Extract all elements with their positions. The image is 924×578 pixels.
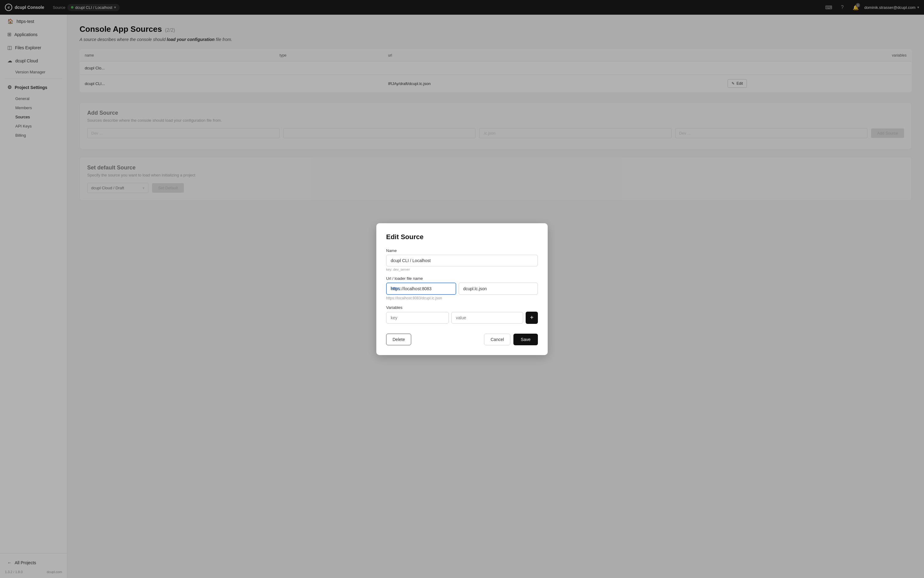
name-field-label: Name [386, 248, 538, 253]
url-field-label: Url / loader file name [386, 276, 538, 281]
modal-url-suffix-input[interactable] [459, 283, 538, 295]
variables-row: + [386, 312, 538, 324]
variables-label: Variables [386, 305, 538, 310]
url-preview: https://localhost:8083/dcupl.lc.json [386, 296, 538, 300]
url-row: https [386, 283, 538, 295]
modal-title: Edit Source [386, 233, 538, 241]
edit-source-modal: Edit Source Name key: dev_server Url / l… [376, 223, 548, 355]
modal-overlay[interactable]: Edit Source Name key: dev_server Url / l… [0, 0, 924, 578]
add-variable-button[interactable]: + [525, 312, 538, 324]
modal-name-input[interactable] [386, 255, 538, 266]
name-key-hint: key: dev_server [386, 268, 538, 271]
delete-source-button[interactable]: Delete [386, 334, 411, 345]
variable-value-input[interactable] [451, 312, 523, 323]
modal-actions: Cancel Save [484, 334, 538, 345]
variable-key-input[interactable] [386, 312, 449, 323]
save-button[interactable]: Save [513, 334, 538, 345]
modal-url-base-input[interactable] [386, 283, 456, 295]
cancel-button[interactable]: Cancel [484, 334, 510, 345]
modal-footer: Delete Cancel Save [386, 334, 538, 345]
